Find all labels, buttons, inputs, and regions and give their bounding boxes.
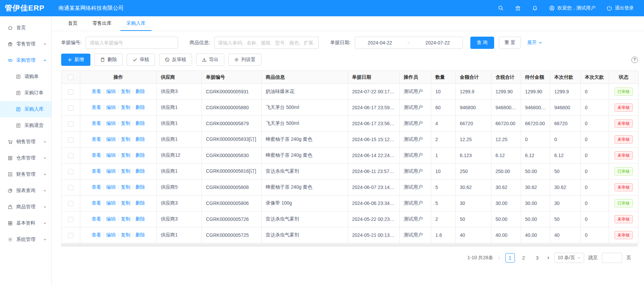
help-icon[interactable]: ? [631,57,638,63]
row-checkbox[interactable] [68,105,73,111]
row-action-link[interactable]: 编辑 [106,89,116,94]
row-action-link[interactable]: 编辑 [106,120,116,126]
row-checkbox[interactable] [68,121,73,127]
bill-no-input[interactable] [86,37,178,49]
user-menu[interactable]: 欢迎您，测试用户 [549,5,595,11]
row-action-link[interactable]: 删除 [136,216,145,222]
row-action-link[interactable]: 查看 [92,184,101,190]
sidebar-item-basic[interactable]: 基本资料 [0,215,51,231]
page-button-1[interactable]: 1 [505,253,515,263]
row-action-link[interactable]: 编辑 [106,168,116,174]
horizontal-scrollbar[interactable] [61,244,638,247]
logout-button[interactable]: 退出登录 [606,5,634,11]
row-checkbox[interactable] [68,89,73,95]
row-action-link[interactable]: 删除 [136,120,145,126]
row-action-link[interactable]: 编辑 [106,104,116,110]
row-action-link[interactable]: 复制 [121,216,130,222]
row-action-link[interactable]: 复制 [121,104,130,110]
row-action-link[interactable]: 编辑 [106,136,116,142]
jump-page-input[interactable] [602,253,622,263]
row-action-link[interactable]: 查看 [92,104,101,110]
search-icon[interactable] [498,5,504,11]
row-action-link[interactable]: 删除 [136,200,145,206]
row-checkbox[interactable] [68,201,73,206]
row-action-link[interactable]: 复制 [121,168,130,174]
row-checkbox[interactable] [68,185,73,190]
column-header: 商品信息 [262,71,348,84]
row-action-link[interactable]: 复制 [121,184,130,190]
row-action-link[interactable]: 查看 [92,152,101,158]
row-action-link[interactable]: 删除 [136,152,145,158]
row-action-link[interactable]: 删除 [136,104,145,110]
cell-bill_no: CGRK00000005816[订] [202,164,262,179]
date-start[interactable]: 2024-04-22 [355,40,405,45]
reset-button[interactable]: 重 置 [499,37,521,49]
tab-purchase-inbound[interactable]: 采购入库 [120,16,152,31]
row-checkbox[interactable] [68,217,73,222]
row-action-link[interactable]: 查看 [92,200,101,206]
column-settings-button[interactable]: 列设置 [228,54,261,66]
row-action-link[interactable]: 查看 [92,136,101,142]
row-action-link[interactable]: 复制 [121,120,130,126]
sidebar-item-report[interactable]: 报表查询 [0,183,51,199]
sidebar-item-purchase-return[interactable]: 采购退货 [0,117,51,134]
row-action-link[interactable]: 查看 [92,232,101,237]
page-button-3[interactable]: 3 [533,253,542,263]
sidebar-item-retail[interactable]: 零售管理 [0,36,51,52]
row-action-link[interactable]: 删除 [136,232,145,237]
row-checkbox[interactable] [68,169,73,174]
sidebar-item-sales[interactable]: 销售管理 [0,134,51,150]
row-action-link[interactable]: 复制 [121,200,130,206]
sidebar-item-purchase[interactable]: 采购管理 [0,52,51,69]
row-action-link[interactable]: 复制 [121,136,130,142]
bell-icon[interactable] [532,5,538,11]
next-page-icon[interactable] [546,256,550,260]
row-checkbox[interactable] [68,153,73,158]
date-end[interactable]: 2024-07-22 [413,40,463,45]
cell-tax_total: 40.00 [491,227,521,243]
bank-icon[interactable] [515,5,521,11]
row-action-link[interactable]: 删除 [136,89,145,94]
tab-home[interactable]: 首页 [62,16,84,31]
row-action-link[interactable]: 查看 [92,120,101,126]
sidebar-item-system[interactable]: 系统管理 [0,231,51,248]
row-action-link[interactable]: 复制 [121,232,130,237]
search-button[interactable]: 查 询 [470,37,494,49]
unaudit-button[interactable]: 反审核 [159,54,192,66]
audit-button[interactable]: 审核 [127,54,155,66]
row-action-link[interactable]: 编辑 [106,152,116,158]
row-action-link[interactable]: 删除 [136,136,145,142]
row-action-link[interactable]: 删除 [136,168,145,174]
sidebar-item-warehouse[interactable]: 仓库管理 [0,150,51,166]
delete-button[interactable]: 删除 [94,54,123,66]
export-button[interactable]: 导出 [196,54,224,66]
row-action-link[interactable]: 编辑 [106,216,116,222]
row-action-link[interactable]: 编辑 [106,200,116,206]
sidebar-item-home[interactable]: 首页 [0,20,51,36]
sidebar-item-purchase-inbound[interactable]: 采购入库 [0,101,51,117]
tab-retail-outbound[interactable]: 零售出库 [86,16,118,31]
row-action-link[interactable]: 复制 [121,152,130,158]
add-button[interactable]: 新增 [61,54,90,66]
row-action-link[interactable]: 复制 [121,89,130,94]
row-checkbox[interactable] [68,137,73,142]
row-action-link[interactable]: 查看 [92,89,101,94]
prev-page-icon[interactable] [497,256,501,260]
goods-info-input[interactable] [214,37,319,49]
row-action-link[interactable]: 删除 [136,184,145,190]
row-action-link[interactable]: 编辑 [106,184,116,190]
page-button-2[interactable]: 2 [519,253,528,263]
sidebar-item-purchase-request[interactable]: 请购单 [0,69,51,85]
select-all-checkbox[interactable] [68,75,73,80]
page-size-select[interactable]: 10 条/页 [554,253,584,263]
row-checkbox[interactable] [68,233,73,238]
date-range-picker[interactable]: 2024-04-22 ~ 2024-07-22 [355,37,463,49]
expand-link[interactable]: 展开 [527,40,542,46]
sidebar-item-purchase-order[interactable]: 采购订单 [0,85,51,101]
row-action-link[interactable]: 编辑 [106,232,116,237]
row-action-link[interactable]: 查看 [92,216,101,222]
sidebar-item-goods[interactable]: 商品管理 [0,199,51,215]
row-action-link[interactable]: 查看 [92,168,101,174]
sidebar-item-finance[interactable]: 财务管理 [0,166,51,183]
layout: 首页零售管理采购管理请购单采购订单采购入库采购退货销售管理仓库管理财务管理报表查… [0,16,644,286]
